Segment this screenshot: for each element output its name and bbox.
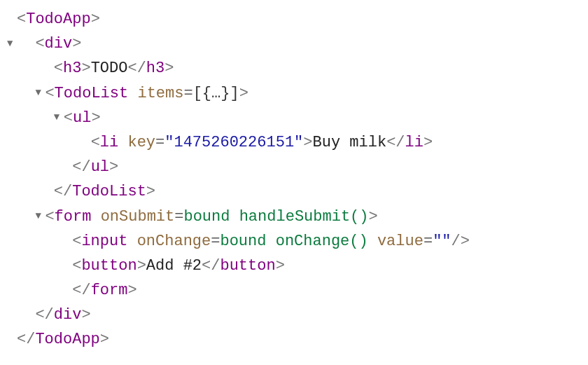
html-tag: h3 <box>146 56 164 81</box>
attr-name: value <box>377 229 424 254</box>
angle-close: > <box>109 155 118 179</box>
attr-name: key <box>127 130 155 155</box>
angle-self-close: /> <box>451 229 470 254</box>
attr-value-bound: bound <box>220 229 275 254</box>
angle-open: < <box>17 7 26 32</box>
angle-open: < <box>45 81 54 106</box>
html-tag: ul <box>91 155 109 179</box>
angle-close: > <box>72 32 81 56</box>
html-tag: li <box>100 130 118 155</box>
attr-value-bound: bound <box>183 205 239 229</box>
equals: = <box>174 205 183 229</box>
chevron-down-icon[interactable]: ▼ <box>35 85 45 100</box>
text-content: Buy milk <box>313 130 387 155</box>
tree-node-input[interactable]: < input onChange = bound onChange() valu… <box>7 229 581 254</box>
angle-open: < <box>54 56 63 81</box>
angle-close-slash: </ <box>202 254 220 278</box>
component-tag: TodoList <box>72 179 146 204</box>
attr-value-func: handleSubmit() <box>239 205 369 229</box>
attr-value-expr: [{…}] <box>193 81 239 106</box>
angle-close: > <box>137 254 146 278</box>
chevron-down-icon[interactable]: ▼ <box>7 36 17 51</box>
tree-node-todoapp-open[interactable]: < TodoApp > <box>7 7 581 32</box>
tree-node-form-open[interactable]: ▼ < form onSubmit = bound handleSubmit()… <box>7 205 581 229</box>
angle-close-slash: </ <box>54 179 72 204</box>
angle-close: > <box>91 106 100 130</box>
attr-name: items <box>137 81 183 106</box>
attr-name: onSubmit <box>101 205 175 229</box>
angle-close: > <box>81 56 90 81</box>
attr-name: onChange <box>137 229 211 254</box>
html-tag: button <box>220 254 275 278</box>
text-content: Add #2 <box>146 254 202 278</box>
chevron-down-icon[interactable]: ▼ <box>54 109 64 125</box>
angle-close: > <box>146 179 155 204</box>
tree-node-h3[interactable]: < h3 > TODO </ h3 > <box>7 56 581 81</box>
angle-close: > <box>303 130 312 155</box>
angle-close: > <box>127 278 136 303</box>
html-tag: h3 <box>63 56 81 81</box>
angle-close: > <box>369 205 378 229</box>
equals: = <box>211 229 220 254</box>
attr-value-func: onChange() <box>276 229 368 254</box>
angle-close: > <box>91 7 100 32</box>
tree-node-button[interactable]: < button > Add #2 </ button > <box>7 254 581 278</box>
angle-open: < <box>91 130 100 155</box>
angle-close: > <box>164 56 174 81</box>
tree-node-ul-close[interactable]: </ ul > <box>7 155 581 179</box>
tree-node-todolist-close[interactable]: </ TodoList > <box>7 179 581 204</box>
equals: = <box>155 130 164 155</box>
tree-node-form-close[interactable]: </ form > <box>7 278 581 303</box>
html-tag: input <box>81 229 127 254</box>
text-content: TODO <box>91 56 128 81</box>
angle-open: < <box>72 229 81 254</box>
component-tag: TodoApp <box>35 327 99 352</box>
html-tag: ul <box>73 106 91 130</box>
angle-close: > <box>424 130 433 155</box>
angle-close: > <box>239 81 248 106</box>
equals: = <box>183 81 192 106</box>
tree-node-todolist-open[interactable]: ▼ < TodoList items = [{…}] > <box>7 81 581 106</box>
attr-value-string: "" <box>433 229 451 254</box>
angle-close: > <box>276 254 285 278</box>
angle-close-slash: </ <box>72 155 90 179</box>
angle-close-slash: </ <box>17 327 35 352</box>
angle-open: < <box>64 106 73 130</box>
html-tag: div <box>54 303 82 327</box>
html-tag: li <box>405 130 424 155</box>
tree-node-li[interactable]: < li key = "1475260226151" > Buy milk </… <box>7 130 581 155</box>
equals: = <box>424 229 433 254</box>
angle-close-slash: </ <box>386 130 405 155</box>
component-tag: TodoList <box>55 81 129 106</box>
tree-node-div-close[interactable]: </ div > <box>7 303 581 327</box>
tree-node-div-open[interactable]: ▼ < div > <box>7 32 581 56</box>
angle-close-slash: </ <box>127 56 146 81</box>
angle-close-slash: </ <box>35 303 53 327</box>
html-tag: button <box>81 254 136 278</box>
angle-open: < <box>45 205 54 229</box>
angle-open: < <box>72 254 81 278</box>
component-tag: TodoApp <box>26 7 90 32</box>
html-tag: div <box>45 32 73 56</box>
tree-node-todoapp-close[interactable]: </ TodoApp > <box>7 327 581 352</box>
html-tag: form <box>91 278 128 303</box>
attr-value-string: "1475260226151" <box>164 130 303 155</box>
angle-close-slash: </ <box>72 278 90 303</box>
html-tag: form <box>55 205 92 229</box>
angle-open: < <box>35 32 44 56</box>
angle-close: > <box>81 303 90 327</box>
chevron-down-icon[interactable]: ▼ <box>35 208 45 223</box>
angle-close: > <box>100 327 109 352</box>
tree-node-ul-open[interactable]: ▼ < ul > <box>7 106 581 130</box>
devtools-component-tree: < TodoApp > ▼ < div > < h3 > TODO </ h3 … <box>7 7 581 352</box>
